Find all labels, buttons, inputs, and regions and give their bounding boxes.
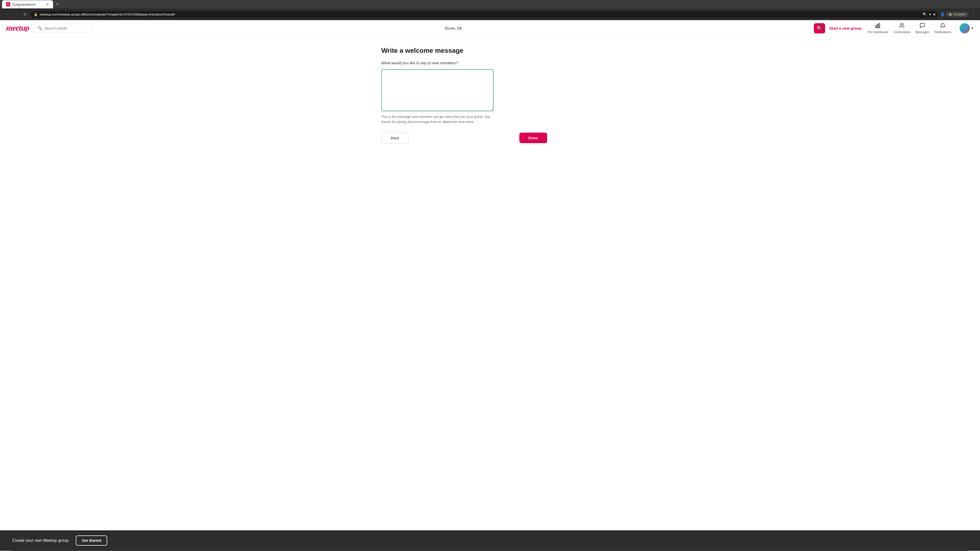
reload-button[interactable]: ↻ bbox=[21, 11, 29, 18]
nav-item-pro-dashboard[interactable]: Pro Dashboard bbox=[868, 23, 888, 34]
helper-text: This is the message new members will get… bbox=[381, 114, 493, 124]
incognito-icon: 🕵 bbox=[948, 13, 952, 16]
svg-text:meetup: meetup bbox=[6, 23, 29, 32]
profile-icon[interactable]: 👤 bbox=[940, 12, 945, 16]
browser-menu-button[interactable]: ⋮ bbox=[969, 11, 977, 18]
tab-favicon: m bbox=[6, 2, 10, 6]
pro-dashboard-label: Pro Dashboard bbox=[868, 30, 888, 34]
bell-icon bbox=[940, 23, 945, 30]
tab-close-button[interactable]: ✕ bbox=[46, 3, 49, 6]
search-input[interactable] bbox=[45, 26, 89, 30]
browser-right-icons: 👤 🕵 Incognito ⋮ bbox=[940, 11, 977, 18]
address-bar-input[interactable] bbox=[30, 11, 939, 18]
back-button[interactable]: ← bbox=[3, 11, 10, 18]
footer-banner: Create your own Meetup group. Get Starte… bbox=[0, 530, 980, 551]
active-tab[interactable]: m Congratulations ✕ bbox=[2, 0, 53, 8]
chart-icon bbox=[875, 23, 881, 30]
svg-rect-1 bbox=[876, 25, 877, 28]
incognito-badge: 🕵 Incognito bbox=[946, 12, 968, 17]
form-question: What would you like to say to new member… bbox=[381, 61, 599, 65]
search-button-icon: 🔍 bbox=[817, 25, 822, 31]
notifications-label: Notifications bbox=[935, 30, 951, 34]
avatar bbox=[959, 23, 970, 33]
nav-item-connections[interactable]: Connections bbox=[893, 23, 910, 34]
tabs-bar: m Congratulations ✕ + bbox=[0, 0, 980, 8]
start-new-group-button[interactable]: Start a new group bbox=[829, 26, 862, 30]
get-started-button[interactable]: Get Started bbox=[76, 535, 107, 546]
main-content: Write a welcome message What would you l… bbox=[375, 37, 605, 530]
connections-label: Connections bbox=[893, 30, 910, 34]
new-tab-button[interactable]: + bbox=[54, 0, 62, 8]
welcome-message-textarea[interactable] bbox=[381, 69, 493, 111]
extensions-icon[interactable]: ■ bbox=[933, 12, 935, 16]
svg-point-4 bbox=[900, 23, 902, 25]
nav-item-notifications[interactable]: Notifications bbox=[935, 23, 951, 34]
meetup-header: meetup 🔍 Dover, DE 🔍 Start a new group bbox=[0, 20, 980, 37]
tab-title: Congratulations bbox=[12, 3, 44, 6]
done-button[interactable]: Done bbox=[519, 133, 547, 143]
chevron-down-icon: ▼ bbox=[971, 27, 974, 30]
page-title: Write a welcome message bbox=[381, 47, 599, 55]
meetup-app: meetup 🔍 Dover, DE 🔍 Start a new group bbox=[0, 20, 980, 551]
address-bar-container: 🔒 🔍 ★ ■ bbox=[30, 11, 939, 18]
address-bar-row: ← → ↻ 🔒 🔍 ★ ■ 👤 🕵 Incognito ⋮ bbox=[0, 8, 980, 20]
nav-separator bbox=[955, 23, 956, 33]
bookmark-icon[interactable]: ★ bbox=[928, 12, 932, 16]
person-icon bbox=[899, 23, 905, 30]
avatar-container[interactable]: ▼ bbox=[959, 23, 974, 33]
svg-rect-2 bbox=[877, 24, 878, 28]
footer-banner-text: Create your own Meetup group. bbox=[12, 538, 70, 543]
form-actions: Back Done bbox=[381, 132, 547, 143]
meetup-logo[interactable]: meetup bbox=[6, 23, 29, 34]
lock-icon: 🔒 bbox=[34, 13, 38, 16]
browser-chrome: m Congratulations ✕ + ← → ↻ 🔒 🔍 ★ ■ 👤 🕵 … bbox=[0, 0, 980, 20]
search-button[interactable]: 🔍 bbox=[814, 23, 825, 33]
search-icon[interactable]: 🔍 bbox=[923, 12, 927, 16]
address-bar-right-icons: 🔍 ★ ■ bbox=[923, 12, 935, 16]
nav-items: Pro Dashboard Connections bbox=[868, 23, 951, 34]
messages-label: Messages bbox=[915, 30, 929, 34]
incognito-label: Incognito bbox=[953, 13, 966, 16]
forward-button[interactable]: → bbox=[12, 11, 19, 18]
location-display: Dover, DE bbox=[97, 26, 810, 30]
search-icon: 🔍 bbox=[38, 26, 42, 30]
nav-item-messages[interactable]: Messages bbox=[915, 23, 929, 34]
search-container: 🔍 bbox=[33, 24, 94, 33]
svg-rect-3 bbox=[879, 23, 880, 27]
back-button[interactable]: Back bbox=[381, 132, 409, 143]
message-icon bbox=[920, 23, 925, 30]
